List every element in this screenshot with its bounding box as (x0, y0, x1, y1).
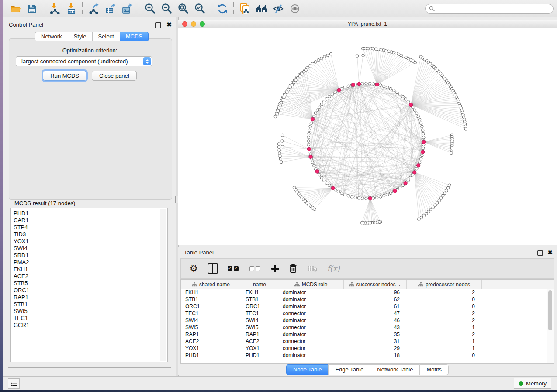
zoom-fit-button[interactable] (175, 1, 191, 16)
network-node[interactable] (350, 196, 353, 199)
network-node[interactable] (307, 143, 310, 146)
network-node[interactable] (407, 100, 410, 103)
mcds-node-item[interactable]: RAP1 (14, 294, 167, 301)
select-all-button[interactable] (228, 266, 240, 271)
export-network-button[interactable] (86, 1, 102, 16)
network-node[interactable] (415, 112, 418, 115)
network-node[interactable] (464, 127, 467, 131)
network-node[interactable] (432, 206, 435, 209)
network-node[interactable] (395, 91, 398, 94)
network-node[interactable] (375, 196, 378, 199)
network-node[interactable] (293, 186, 296, 189)
table-row[interactable]: TEC1TEC1connector472 (181, 310, 547, 317)
mcds-node[interactable] (375, 83, 379, 86)
mcds-node[interactable] (416, 164, 420, 167)
network-node[interactable] (361, 197, 364, 200)
add-row-button[interactable] (271, 265, 279, 272)
zoom-in-button[interactable] (142, 1, 158, 16)
hide-selected-button[interactable] (270, 1, 287, 16)
network-node[interactable] (277, 146, 280, 149)
search-box[interactable] (425, 4, 554, 14)
mcds-node[interactable] (309, 155, 312, 158)
mcds-node[interactable] (393, 189, 397, 193)
network-node[interactable] (320, 176, 323, 179)
network-node[interactable] (312, 164, 315, 167)
mcds-node[interactable] (357, 82, 361, 86)
network-node[interactable] (422, 132, 425, 135)
network-node[interactable] (320, 103, 323, 106)
column-header-name[interactable]: name (241, 280, 278, 289)
network-node[interactable] (314, 112, 317, 115)
network-node[interactable] (446, 186, 450, 189)
network-node[interactable] (398, 186, 401, 189)
network-node[interactable] (365, 82, 368, 85)
network-node[interactable] (436, 202, 439, 205)
float-panel-icon[interactable] (155, 22, 161, 28)
network-node[interactable] (443, 192, 446, 195)
network-node[interactable] (283, 96, 286, 99)
network-node[interactable] (421, 125, 424, 128)
network-node[interactable] (277, 143, 280, 146)
network-node[interactable] (277, 110, 280, 113)
network-node[interactable] (279, 104, 282, 107)
network-node[interactable] (325, 97, 328, 100)
network-node[interactable] (310, 122, 313, 125)
delete-rows-button[interactable] (289, 264, 298, 273)
tab-style[interactable]: Style (68, 32, 92, 41)
delete-columns-button[interactable] (307, 265, 318, 272)
network-node[interactable] (422, 147, 425, 150)
network-node[interactable] (389, 192, 392, 195)
mcds-node-item[interactable]: STP4 (14, 224, 167, 231)
show-all-button[interactable] (287, 1, 303, 16)
network-node[interactable] (389, 87, 392, 90)
network-node[interactable] (320, 57, 323, 60)
network-node[interactable] (368, 82, 371, 85)
mcds-node[interactable] (315, 170, 319, 173)
network-node[interactable] (404, 97, 407, 100)
network-node[interactable] (356, 55, 359, 58)
import-table-button[interactable] (63, 1, 80, 16)
network-node[interactable] (409, 176, 412, 179)
close-table-panel-icon[interactable]: ✖ (547, 249, 553, 256)
network-node[interactable] (407, 179, 410, 182)
unselect-all-button[interactable] (249, 266, 262, 271)
tab-edge-table[interactable]: Edge Table (328, 364, 370, 375)
network-node[interactable] (278, 152, 281, 155)
network-node[interactable] (417, 115, 420, 118)
network-node[interactable] (308, 65, 311, 68)
network-node[interactable] (429, 208, 432, 211)
table-row[interactable]: YOX1YOX1connector291 (181, 345, 547, 352)
search-input[interactable] (435, 4, 553, 13)
table-row[interactable]: STB1STB1dominator620 (181, 296, 547, 303)
network-node[interactable] (379, 84, 382, 87)
network-node[interactable] (328, 184, 331, 187)
tab-mcds[interactable]: MCDS (120, 32, 149, 41)
mcds-node-item[interactable]: YOX1 (14, 238, 167, 245)
network-node[interactable] (372, 83, 375, 86)
network-node[interactable] (277, 107, 280, 110)
network-node[interactable] (337, 190, 340, 193)
network-node[interactable] (439, 197, 443, 200)
network-node[interactable] (307, 136, 310, 139)
show-columns-button[interactable] (208, 263, 218, 274)
mcds-list-scrollbar[interactable] (160, 209, 166, 361)
mcds-node[interactable] (368, 196, 372, 200)
network-node[interactable] (450, 151, 453, 155)
network-node[interactable] (362, 54, 365, 57)
network-node[interactable] (360, 221, 363, 224)
network-node[interactable] (421, 129, 424, 132)
tab-network[interactable]: Network (35, 32, 68, 41)
network-node[interactable] (418, 118, 421, 121)
zoom-selected-button[interactable] (191, 1, 208, 16)
network-node[interactable] (372, 197, 375, 200)
mcds-node[interactable] (422, 140, 426, 144)
mcds-node-item[interactable]: ORC1 (14, 287, 167, 294)
mcds-node-item[interactable]: SWI4 (14, 245, 167, 252)
network-node[interactable] (323, 55, 326, 58)
table-row[interactable]: RAP1RAP1dominator352 (181, 331, 547, 338)
network-graph[interactable] (178, 28, 556, 245)
export-table-button[interactable] (102, 1, 119, 16)
network-node[interactable] (442, 194, 445, 197)
network-node[interactable] (281, 145, 284, 148)
tab-node-table[interactable]: Node Table (286, 364, 329, 375)
